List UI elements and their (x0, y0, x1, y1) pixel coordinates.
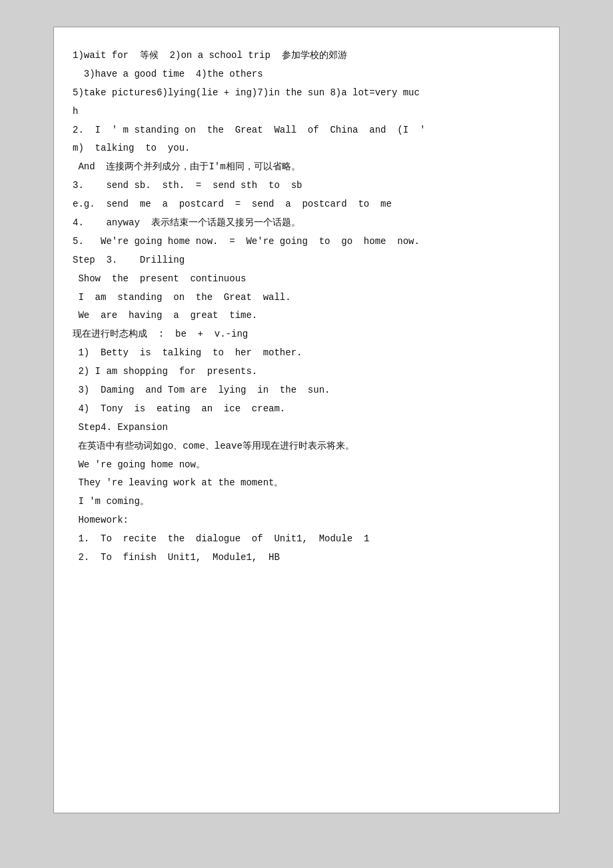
text-line-line10: 3. send sb. sth. = send sth to sb (73, 177, 540, 195)
text-line-line15: 5. We're going home now. = We're going t… (73, 233, 540, 251)
document-page: 1)wait for 等候 2)on a school trip 参加学校的郊游… (53, 27, 560, 813)
text-line-line32: They 're leaving work at the moment。 (73, 475, 540, 492)
text-line-line35: Homework: (73, 512, 540, 529)
text-line-line37: 2. To finish Unit1, Module1, HB (73, 549, 540, 567)
text-line-line1: 1)wait for 等候 2)on a school trip 参加学校的郊游 (73, 47, 540, 65)
text-line-line23: 1) Betty is talking to her mother. (73, 345, 540, 362)
text-line-line3: 5)take pictures6)lying(lie + ing)7)in th… (73, 85, 540, 102)
text-line-line13: 4. anyway 表示结束一个话题又接另一个话题。 (73, 215, 540, 232)
text-line-line31: We 're going home now。 (73, 457, 540, 474)
text-line-line33: I 'm coming。 (73, 493, 540, 511)
text-line-line26: 4) Tony is eating an ice cream. (73, 401, 540, 418)
text-line-line20: We are having a great time. (73, 307, 540, 325)
text-line-line36: 1. To recite the dialogue of Unit1, Modu… (73, 531, 540, 548)
text-line-line25: 3) Daming and Tom are lying in the sun. (73, 382, 540, 399)
text-line-line4: h (73, 103, 540, 121)
text-line-line7: m) talking to you. (73, 140, 540, 157)
text-line-line11: e.g. send me a postcard = send a postcar… (73, 196, 540, 213)
content-area: 1)wait for 等候 2)on a school trip 参加学校的郊游… (73, 47, 540, 567)
text-line-line28: Step4. Expansion (73, 419, 540, 437)
text-line-line29: 在英语中有些动词如go、come、leave等用现在进行时表示将来。 (73, 438, 540, 455)
text-line-line18: Show the present continuous (73, 271, 540, 288)
text-line-line19: I am standing on the Great wall. (73, 289, 540, 307)
text-line-line8: And 连接两个并列成分，由于I'm相同，可以省略。 (73, 159, 540, 176)
text-line-line2: 3)have a good time 4)the others (73, 66, 540, 83)
text-line-line22: 现在进行时态构成 : be + v.-ing (73, 326, 540, 343)
text-line-line6: 2. I ' m standing on the Great Wall of C… (73, 122, 540, 139)
text-line-line24: 2) I am shopping for presents. (73, 363, 540, 381)
text-line-line17: Step 3. Drilling (73, 252, 540, 269)
